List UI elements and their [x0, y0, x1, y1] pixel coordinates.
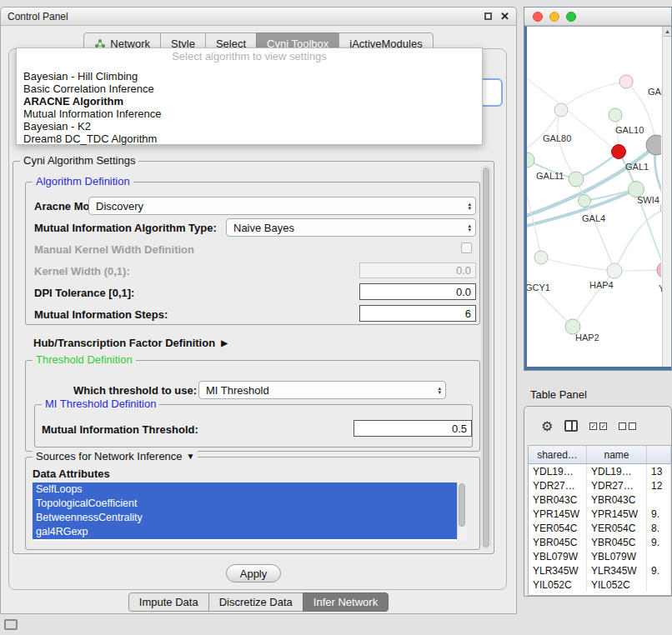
combo-arrows-icon: ▴▾	[431, 386, 441, 394]
cell: 9.	[647, 563, 671, 578]
traffic-lights	[531, 12, 576, 22]
tab-discretize-data-label: Discretize Data	[219, 596, 293, 608]
menu-item-bayesian-k2[interactable]: Bayesian - K2	[17, 120, 482, 132]
node-pink-top[interactable]	[619, 75, 633, 88]
table-row[interactable]: YDL19…YDL19…13	[529, 464, 671, 478]
cell: YDL19…	[529, 464, 587, 478]
scroll-up-icon[interactable]: ▲	[663, 27, 671, 37]
cyni-algorithm-settings-group: Cyni Algorithm Settings Algorithm Defini…	[13, 161, 494, 554]
node-gal4[interactable]	[579, 195, 591, 208]
dpi-tolerance-value: 0.0	[456, 286, 471, 298]
node-hap4[interactable]	[607, 263, 622, 278]
which-threshold-select[interactable]: MI Threshold ▴▾	[198, 381, 446, 399]
mi-threshold-definition-group: MI Threshold Definition Mutual Informati…	[34, 404, 473, 448]
table-row[interactable]: YIL052CYIL052C	[529, 578, 671, 592]
node-label-swi4: SWI4	[637, 195, 659, 205]
node-label-gal10: GAL10	[615, 125, 644, 135]
list-scrollbar[interactable]	[457, 482, 466, 541]
table-row[interactable]: YDR27…YDR27…12	[529, 478, 671, 492]
mi-algorithm-type-label: Mutual Information Algorithm Type:	[34, 222, 217, 234]
node-gcy1[interactable]	[534, 251, 548, 264]
hub-transcription-label: Hub/Transcription Factor Definition	[33, 337, 215, 349]
apply-button-label: Apply	[240, 568, 268, 580]
cell: YBR045C	[587, 535, 647, 549]
expand-down-icon: ▼	[187, 452, 195, 461]
network-view-window: GAL GAL80 GAL10 GAL11 GAL1 SWI4 GAL4 GCY…	[524, 7, 672, 371]
menu-item-aracne[interactable]: ARACNE Algorithm	[17, 95, 482, 108]
list-scrollbar-thumb[interactable]	[459, 483, 465, 527]
cell: YIL052C	[587, 578, 647, 592]
close-window-icon[interactable]	[533, 12, 543, 22]
tab-infer-network[interactable]: Infer Network	[303, 592, 389, 612]
node-pink-right[interactable]	[657, 262, 661, 278]
cell: YLR345W	[529, 563, 587, 578]
algorithm-dropdown-menu: Select algorithm to view settings Bayesi…	[16, 48, 483, 145]
kernel-width-field[interactable]: 0.0	[359, 262, 476, 278]
menu-item-dream8[interactable]: Dream8 DC_TDC Algorithm	[17, 132, 482, 145]
tab-impute-data[interactable]: Impute Data	[128, 592, 209, 612]
threshold-definition-group: Threshold Definition Which threshold to …	[25, 360, 480, 452]
menu-item-mutual-information[interactable]: Mutual Information Inference	[17, 108, 482, 120]
table-row[interactable]: YBL079WYBL079W	[529, 549, 671, 563]
deselect-all-icon[interactable]	[619, 422, 636, 430]
network-window-titlebar	[524, 8, 671, 26]
node-red-gal10[interactable]	[612, 145, 626, 159]
algorithm-definition-title: Algorithm Definition	[33, 175, 133, 188]
tab-discretize-data[interactable]: Discretize Data	[208, 592, 303, 612]
sources-group-title[interactable]: Sources for Network Inference ▼	[33, 450, 198, 462]
empty-box-icon	[629, 422, 636, 430]
columns-icon[interactable]	[564, 420, 578, 432]
table-row[interactable]: YBR043CYBR043C	[529, 492, 671, 507]
minimized-panel-icon[interactable]	[4, 619, 18, 630]
network-canvas[interactable]: GAL GAL80 GAL10 GAL11 GAL1 SWI4 GAL4 GCY…	[524, 26, 671, 370]
node-green-top[interactable]	[609, 108, 622, 122]
select-all-icon[interactable]: ✓ ✓	[589, 422, 607, 430]
settings-scrollbar[interactable]	[481, 166, 491, 549]
hub-transcription-section[interactable]: Hub/Transcription Factor Definition ▶	[33, 337, 228, 349]
aracne-mode-select[interactable]: Discovery ▴▾	[88, 197, 476, 215]
list-item-betweennesscentrality[interactable]: BetweennessCentrality	[33, 511, 457, 525]
node-gal11[interactable]	[569, 172, 584, 187]
control-panel-window: Control Panel ✕ Network Style Select Cyn…	[0, 7, 517, 614]
gear-icon[interactable]: ⚙	[541, 418, 553, 434]
dpi-tolerance-label: DPI Tolerance [0,1]:	[34, 287, 134, 299]
node-swi4[interactable]	[660, 200, 661, 217]
column-header-shared-name[interactable]: shared…	[529, 446, 587, 463]
network-scrollbar[interactable]: ▲	[662, 27, 671, 367]
settings-scrollbar-thumb[interactable]	[483, 168, 489, 548]
node-pale-gal80[interactable]	[554, 103, 568, 117]
column-header-name[interactable]: name	[587, 446, 647, 463]
column-header-cut[interactable]	[647, 446, 671, 463]
cell: 9.	[647, 507, 671, 521]
list-item-topologicalcoefficient[interactable]: TopologicalCoefficient	[33, 497, 457, 511]
cell: YBR043C	[529, 492, 587, 507]
mi-threshold-field[interactable]: 0.5	[354, 420, 472, 437]
manual-kernel-width-checkbox[interactable]	[461, 242, 472, 253]
table-row[interactable]: YPR145WYPR145W9.	[529, 507, 671, 521]
node-label-gal11: GAL11	[536, 171, 564, 181]
node-left-edge[interactable]	[527, 152, 534, 168]
kernel-width-value: 0.0	[456, 264, 471, 277]
zoom-window-icon[interactable]	[566, 12, 576, 22]
minimize-window-icon[interactable]	[549, 12, 559, 22]
list-item-selfloops[interactable]: SelfLoops	[33, 482, 457, 497]
cell	[647, 492, 671, 507]
combo-arrows-icon: ▴▾	[461, 223, 471, 232]
mi-algorithm-type-select[interactable]: Naive Bayes ▴▾	[226, 218, 476, 237]
mi-threshold-value: 0.5	[452, 422, 467, 435]
manual-kernel-width-label: Manual Kernel Width Definition	[34, 243, 194, 256]
float-window-icon[interactable]	[484, 12, 492, 20]
dpi-tolerance-field[interactable]: 0.0	[359, 283, 476, 300]
node-label-hap2: HAP2	[575, 332, 599, 342]
menu-item-bayesian-hill-climbing[interactable]: Bayesian - Hill Climbing	[17, 70, 482, 82]
menu-item-basic-correlation[interactable]: Basic Correlation Inference	[17, 82, 482, 95]
table-row[interactable]: YBR045CYBR045C9.	[529, 535, 671, 549]
table-row[interactable]: YLR345WYLR345W9.	[529, 563, 671, 578]
mi-steps-field[interactable]: 6	[359, 305, 476, 322]
sources-group: Sources for Network Inference ▼ Data Att…	[25, 457, 480, 550]
close-icon[interactable]: ✕	[500, 10, 509, 22]
list-item-gal4rgexp[interactable]: gal4RGexp	[33, 525, 457, 539]
table-row[interactable]: YER054CYER054C8.	[529, 521, 671, 535]
apply-button[interactable]: Apply	[226, 564, 281, 582]
node-label-gcy1: GCY1	[525, 282, 550, 292]
